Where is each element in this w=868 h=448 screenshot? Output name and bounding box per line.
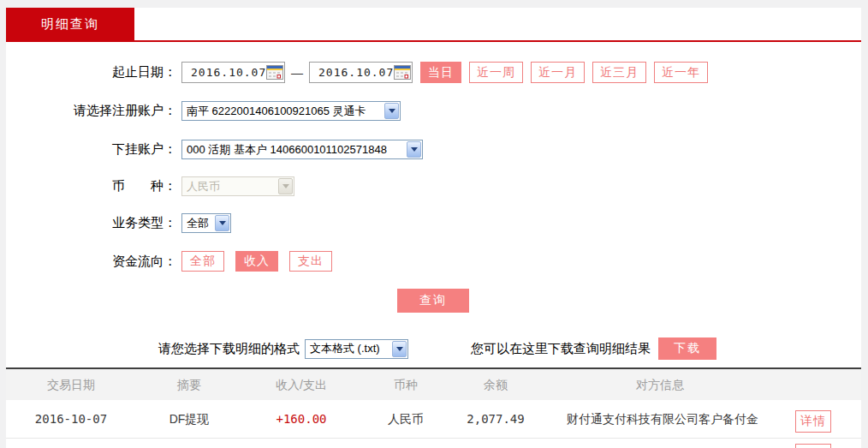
cell-summary: DF提现 bbox=[146, 400, 232, 439]
calendar-icon[interactable] bbox=[266, 65, 283, 80]
cell-amount: +160.00 bbox=[259, 400, 344, 439]
download-button[interactable]: 下载 bbox=[658, 337, 716, 360]
quick-range-week-button[interactable]: 近一周 bbox=[469, 62, 523, 83]
header-counterparty: 对方信息 bbox=[574, 369, 746, 400]
registered-account-value: 南平 6222001406100921065 灵通卡 bbox=[187, 104, 381, 119]
quick-range-today-button[interactable]: 当日 bbox=[420, 62, 461, 83]
registered-account-row: 请选择注册账户： 南平 6222001406100921065 灵通卡 bbox=[6, 101, 401, 121]
sub-account-row: 下挂账户： 000 活期 基本户 1406600101102571848 bbox=[6, 140, 423, 159]
cell-balance: 2,077.49 bbox=[453, 400, 538, 439]
fund-flow-expense-button[interactable]: 支出 bbox=[289, 251, 332, 272]
content-card: 明细查询 起止日期： 2016.10.07 — bbox=[6, 8, 861, 448]
table-row: 2016-10-07 DF提现 +160.00 人民币 2,077.49 财付通… bbox=[6, 400, 861, 439]
date-range-label: 起止日期： bbox=[6, 64, 176, 81]
detail-button-next-row-partial[interactable] bbox=[795, 444, 831, 448]
currency-select: 人民币 bbox=[181, 176, 294, 196]
tab-details-query[interactable]: 明细查询 bbox=[6, 8, 134, 40]
download-format-value: 文本格式 (.txt) bbox=[310, 341, 389, 356]
detail-button[interactable]: 详情 bbox=[795, 410, 831, 433]
currency-row: 币 种： 人民币 bbox=[6, 176, 294, 196]
date-range-row: 起止日期： 2016.10.07 — 2016.10.07 bbox=[6, 62, 708, 83]
sub-account-value: 000 活期 基本户 1406600101102571848 bbox=[187, 142, 403, 158]
fund-flow-all-button[interactable]: 全部 bbox=[181, 251, 224, 272]
quick-range-month-button[interactable]: 近一月 bbox=[531, 62, 585, 83]
end-date-value: 2016.10.07 bbox=[318, 66, 394, 79]
header-balance: 余额 bbox=[453, 369, 538, 400]
business-type-select[interactable]: 全部 bbox=[181, 213, 231, 233]
chevron-down-icon bbox=[407, 141, 421, 158]
end-date-input[interactable]: 2016.10.07 bbox=[309, 62, 413, 83]
fund-flow-label: 资金流向： bbox=[6, 254, 176, 270]
query-button[interactable]: 查询 bbox=[397, 289, 469, 313]
header-summary: 摘要 bbox=[146, 369, 232, 400]
cell-counterparty: 财付通支付科技有限公司客户备付金 bbox=[534, 400, 791, 439]
cell-currency: 人民币 bbox=[363, 400, 449, 439]
details-query-page: 明细查询 起止日期： 2016.10.07 — bbox=[0, 0, 868, 448]
chevron-down-icon bbox=[215, 215, 229, 231]
header-trade-date: 交易日期 bbox=[28, 369, 114, 400]
quick-range-year-button[interactable]: 近一年 bbox=[654, 62, 708, 83]
registered-account-select[interactable]: 南平 6222001406100921065 灵通卡 bbox=[181, 101, 401, 121]
quick-range-3months-button[interactable]: 近三月 bbox=[592, 62, 646, 83]
sub-account-select[interactable]: 000 活期 基本户 1406600101102571848 bbox=[181, 140, 423, 159]
header-income-expense: 收入/支出 bbox=[259, 369, 344, 400]
calendar-icon[interactable] bbox=[394, 65, 411, 80]
download-format-select[interactable]: 文本格式 (.txt) bbox=[305, 339, 408, 359]
sub-account-label: 下挂账户： bbox=[6, 141, 176, 158]
download-hint: 您可以在这里下载查询明细结果 bbox=[471, 341, 651, 357]
start-date-value: 2016.10.07 bbox=[191, 66, 266, 79]
chevron-down-icon bbox=[278, 178, 293, 194]
currency-value: 人民币 bbox=[187, 179, 275, 194]
business-type-label: 业务类型： bbox=[6, 215, 176, 231]
fund-flow-row: 资金流向： 全部 收入 支出 bbox=[6, 251, 343, 272]
table-header: 交易日期 摘要 收入/支出 币种 余额 对方信息 bbox=[6, 369, 861, 400]
download-row: 请您选择下载明细的格式 文本格式 (.txt) 您可以在这里下载查询明细结果 下… bbox=[6, 337, 716, 360]
registered-account-label: 请选择注册账户： bbox=[6, 103, 176, 119]
download-format-label: 请您选择下载明细的格式 bbox=[158, 341, 300, 357]
chevron-down-icon bbox=[384, 103, 399, 119]
currency-label: 币 种： bbox=[6, 178, 176, 194]
fund-flow-income-button[interactable]: 收入 bbox=[235, 251, 278, 272]
start-date-input[interactable]: 2016.10.07 bbox=[181, 62, 285, 83]
header-currency: 币种 bbox=[363, 369, 449, 400]
chevron-down-icon bbox=[392, 341, 407, 357]
business-type-row: 业务类型： 全部 bbox=[6, 213, 231, 233]
business-type-value: 全部 bbox=[187, 216, 211, 231]
cell-trade-date: 2016-10-07 bbox=[28, 400, 114, 439]
tab-label: 明细查询 bbox=[41, 16, 99, 33]
tab-underline bbox=[6, 40, 861, 42]
date-range-separator: — bbox=[291, 66, 303, 80]
